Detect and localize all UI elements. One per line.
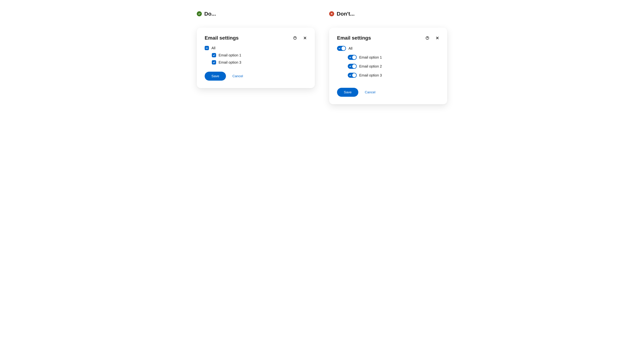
- do-column: Do... Email settings All: [197, 11, 315, 104]
- dont-option-all-label: All: [348, 46, 352, 51]
- comparison-container: Do... Email settings All: [197, 11, 447, 104]
- do-option-list: All Email option 1 Email option 3: [205, 46, 307, 65]
- dont-title: Don't...: [337, 11, 354, 17]
- dont-card: Email settings All: [329, 28, 447, 104]
- do-option-all: All: [205, 46, 307, 50]
- dont-card-title: Email settings: [337, 35, 426, 41]
- x-circle-icon: [329, 11, 334, 16]
- close-button[interactable]: [303, 36, 307, 40]
- do-option-3: Email option 3: [205, 60, 307, 65]
- dont-option-3-label: Email option 3: [359, 73, 382, 77]
- do-card-header: Email settings: [205, 35, 307, 41]
- do-card-footer: Save Cancel: [205, 72, 307, 81]
- dont-option-2-label: Email option 2: [359, 64, 382, 68]
- dont-option-2: Email option 2: [337, 64, 439, 69]
- save-button[interactable]: Save: [205, 72, 226, 81]
- checkbox-checked[interactable]: [212, 53, 216, 57]
- toggle-on[interactable]: [348, 64, 357, 69]
- dont-option-all: All: [337, 46, 439, 51]
- toggle-on[interactable]: [337, 46, 346, 51]
- checkbox-checked[interactable]: [212, 60, 216, 65]
- dont-header: Don't...: [329, 11, 447, 17]
- dont-column: Don't... Email settings: [329, 11, 447, 104]
- cancel-button[interactable]: Cancel: [232, 74, 243, 78]
- do-option-1: Email option 1: [205, 53, 307, 57]
- dont-option-1: Email option 1: [337, 55, 439, 60]
- dont-option-3: Email option 3: [337, 73, 439, 78]
- help-button[interactable]: [426, 36, 429, 40]
- do-option-all-label: All: [212, 46, 216, 50]
- do-title: Do...: [204, 11, 216, 17]
- cancel-button[interactable]: Cancel: [365, 90, 375, 94]
- checkbox-indeterminate[interactable]: [205, 46, 209, 50]
- do-card: Email settings All: [197, 28, 315, 88]
- close-button[interactable]: [436, 36, 439, 40]
- dont-option-list: All Email option 1 Email option 2: [337, 46, 439, 78]
- dont-card-footer: Save Cancel: [337, 88, 439, 97]
- dont-option-1-label: Email option 1: [359, 55, 382, 60]
- toggle-on[interactable]: [348, 55, 357, 60]
- do-option-1-label: Email option 1: [218, 53, 241, 57]
- toggle-on[interactable]: [348, 73, 357, 78]
- check-circle-icon: [197, 11, 202, 16]
- do-card-title: Email settings: [205, 35, 293, 41]
- dont-card-header: Email settings: [337, 35, 439, 41]
- do-header: Do...: [197, 11, 315, 17]
- do-option-3-label: Email option 3: [218, 60, 241, 65]
- do-card-header-actions: [293, 36, 307, 40]
- save-button[interactable]: Save: [337, 88, 358, 97]
- dont-card-header-actions: [426, 36, 439, 40]
- help-button[interactable]: [293, 36, 297, 40]
